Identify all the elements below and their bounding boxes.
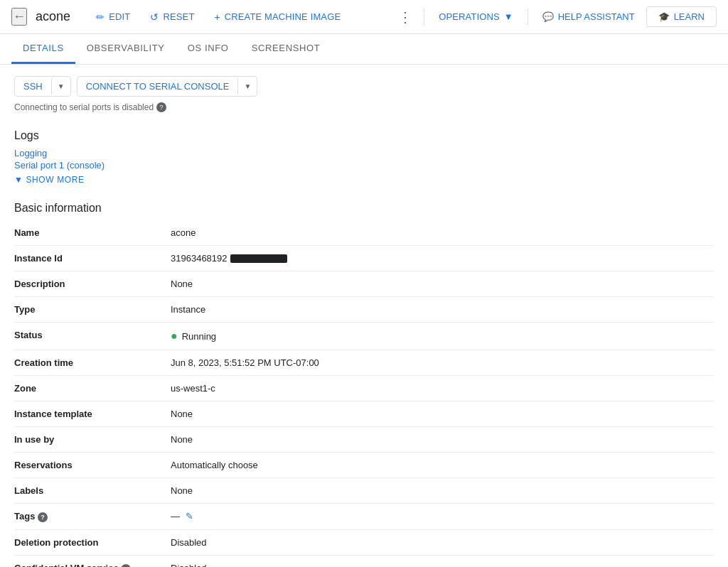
field-value: Automatically choose (171, 453, 714, 478)
ssh-button[interactable]: SSH (15, 77, 51, 96)
table-row: Instance Id 31963468192 (14, 246, 714, 271)
field-value: — ✎ (171, 504, 714, 530)
table-row: Deletion protection Disabled (14, 530, 714, 556)
serial-note-help-icon[interactable]: ? (156, 102, 166, 112)
serial-note: Connecting to serial ports is disabled ? (14, 102, 714, 112)
field-value: Disabled (171, 556, 714, 568)
learn-button[interactable]: 🎓 LEARN (646, 6, 717, 27)
instance-id-value: 31963468192 (171, 253, 287, 264)
help-chat-icon: 💬 (542, 11, 554, 22)
field-key: Type (14, 297, 171, 323)
field-value: ● Running (171, 323, 714, 350)
field-key: Labels (14, 478, 171, 504)
top-navigation: ← acone ✏ EDIT ↺ RESET + CREATE MACHINE … (0, 0, 728, 34)
nav-actions: ✏ EDIT ↺ RESET + CREATE MACHINE IMAGE (87, 7, 387, 27)
tab-screenshot[interactable]: SCREENSHOT (240, 34, 332, 64)
field-value: None (171, 271, 714, 297)
tags-help-icon[interactable]: ? (38, 512, 48, 522)
field-key: Deletion protection (14, 530, 171, 556)
serial-console-dropdown-button[interactable]: ▼ (237, 78, 257, 94)
more-options-button[interactable]: ⋮ (392, 4, 418, 30)
show-more-button[interactable]: ▼ SHOW MORE (14, 175, 85, 185)
table-row: Name acone (14, 220, 714, 246)
field-value: None (171, 401, 714, 427)
table-row: In use by None (14, 427, 714, 453)
field-key: Status (14, 323, 171, 350)
field-value: us-west1-c (171, 376, 714, 401)
reset-icon: ↺ (150, 11, 159, 23)
field-value: None (171, 478, 714, 504)
confidential-vm-help-icon[interactable]: ? (121, 564, 131, 567)
operations-dropdown-icon: ▼ (504, 11, 513, 22)
ssh-dropdown-button[interactable]: ▼ (51, 78, 70, 94)
divider (424, 9, 424, 26)
chevron-down-icon: ▼ (14, 175, 23, 185)
edit-button[interactable]: ✏ EDIT (87, 7, 139, 27)
table-row: Instance template None (14, 401, 714, 427)
logs-title: Logs (14, 129, 714, 142)
tabs-bar: DETAILS OBSERVABILITY OS INFO SCREENSHOT (0, 34, 728, 65)
basic-info-table: Name acone Instance Id 31963468192 Desc (14, 220, 714, 567)
field-value: Jun 8, 2023, 5:51:52 PM UTC-07:00 (171, 350, 714, 376)
create-machine-image-button[interactable]: + CREATE MACHINE IMAGE (205, 7, 349, 27)
field-key: Description (14, 271, 171, 297)
table-row: Labels None (14, 478, 714, 504)
basic-info-title: Basic information (14, 202, 714, 215)
serial-console-button[interactable]: CONNECT TO SERIAL CONSOLE (77, 77, 238, 96)
field-key: In use by (14, 427, 171, 453)
table-row: Confidential VM service ? Disabled (14, 556, 714, 568)
ssh-button-group: SSH ▼ (14, 76, 71, 97)
tags-edit-icon[interactable]: ✎ (186, 511, 193, 522)
nav-right: ⋮ OPERATIONS ▼ 💬 HELP ASSISTANT 🎓 LEARN (392, 4, 717, 30)
tab-details[interactable]: DETAILS (11, 34, 75, 64)
field-value: 31963468192 (171, 246, 714, 271)
field-key: Zone (14, 376, 171, 401)
field-value: Instance (171, 297, 714, 323)
instance-name: acone (36, 9, 70, 24)
tab-os-info[interactable]: OS INFO (176, 34, 240, 64)
create-icon: + (214, 11, 220, 23)
learn-icon: 🎓 (658, 11, 670, 22)
field-key: Tags ? (14, 504, 171, 530)
back-button[interactable]: ← (11, 8, 27, 26)
help-assistant-button[interactable]: 💬 HELP ASSISTANT (534, 7, 643, 26)
table-row: Tags ? — ✎ (14, 504, 714, 530)
status-running: ● Running (171, 330, 714, 342)
field-key: Creation time (14, 350, 171, 376)
field-value: Disabled (171, 530, 714, 556)
divider (528, 9, 528, 26)
table-row: Zone us-west1-c (14, 376, 714, 401)
logging-link[interactable]: Logging (14, 148, 714, 158)
edit-icon: ✏ (96, 11, 105, 23)
field-key: Instance template (14, 401, 171, 427)
field-key: Confidential VM service ? (14, 556, 171, 568)
field-key: Instance Id (14, 246, 171, 271)
tab-observability[interactable]: OBSERVABILITY (75, 34, 176, 64)
status-icon: ● (171, 330, 178, 342)
table-row: Reservations Automatically choose (14, 453, 714, 478)
basic-info-section: Basic information Name acone Instance Id… (14, 202, 714, 567)
field-key: Reservations (14, 453, 171, 478)
operations-button[interactable]: OPERATIONS ▼ (430, 7, 522, 26)
field-key: Name (14, 220, 171, 246)
masked-id (230, 254, 287, 263)
reset-button[interactable]: ↺ RESET (141, 7, 203, 27)
serial-port-1-link[interactable]: Serial port 1 (console) (14, 160, 714, 171)
table-row: Description None (14, 271, 714, 297)
logs-section: Logs Logging Serial port 1 (console) ▼ S… (14, 129, 714, 185)
content-area: SSH ▼ CONNECT TO SERIAL CONSOLE ▼ Connec… (0, 65, 728, 567)
table-row: Creation time Jun 8, 2023, 5:51:52 PM UT… (14, 350, 714, 376)
field-value: None (171, 427, 714, 453)
table-row: Type Instance (14, 297, 714, 323)
connect-row: SSH ▼ CONNECT TO SERIAL CONSOLE ▼ (14, 76, 714, 97)
table-row: Status ● Running (14, 323, 714, 350)
serial-console-button-group: CONNECT TO SERIAL CONSOLE ▼ (77, 76, 258, 97)
field-value: acone (171, 220, 714, 246)
